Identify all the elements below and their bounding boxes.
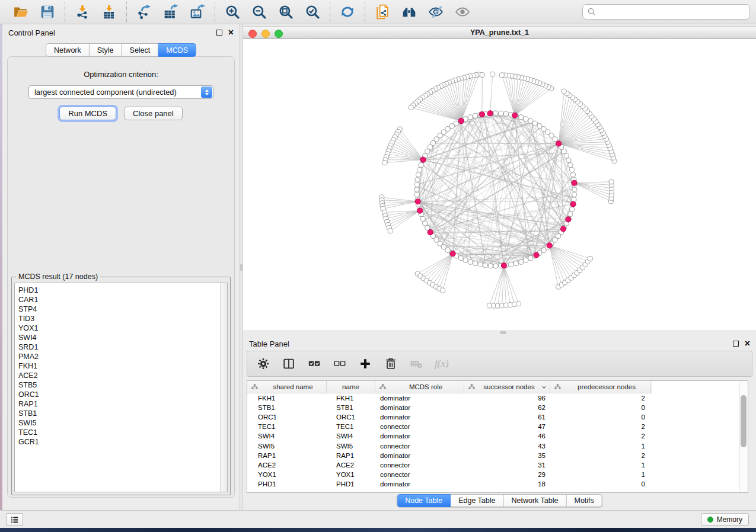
graph-node[interactable]	[566, 158, 571, 163]
toolbar-export-table-button[interactable]	[162, 3, 180, 21]
graph-node[interactable]	[568, 162, 573, 167]
table-row[interactable]: STB1STB1dominator620	[247, 403, 739, 412]
mcds-result-item[interactable]: SWI5	[18, 418, 220, 428]
mcds-result-item[interactable]: TEC1	[18, 428, 220, 437]
toolbar-export-network-button[interactable]	[135, 3, 153, 21]
graph-node[interactable]	[483, 263, 488, 268]
graph-hub-node[interactable]	[547, 243, 552, 248]
table-cell[interactable]: dominator	[375, 452, 464, 459]
table-cell[interactable]: PHD1	[247, 480, 327, 488]
graph-node[interactable]	[528, 118, 533, 123]
graph-hub-node[interactable]	[570, 201, 576, 207]
float-panel-icon[interactable]	[216, 30, 222, 36]
graph-node[interactable]	[499, 111, 503, 116]
table-cell[interactable]: YOX1	[327, 471, 375, 478]
table-cell[interactable]: dominator	[375, 480, 464, 488]
graph-node[interactable]	[468, 259, 473, 264]
table-cell[interactable]: 2	[550, 432, 651, 440]
table-cell[interactable]: 2	[550, 395, 651, 402]
graph-node[interactable]	[425, 225, 430, 230]
tab-motifs[interactable]: Motifs	[566, 494, 602, 507]
table-row[interactable]: SWI5SWI5connector431	[247, 441, 739, 450]
graph-hub-node[interactable]	[415, 199, 420, 204]
mcds-result-item[interactable]: STB1	[18, 409, 220, 418]
table-cell[interactable]: 2	[550, 452, 651, 459]
table-cell[interactable]: connector	[375, 423, 464, 430]
graph-hub-node[interactable]	[487, 111, 493, 116]
mcds-result-item[interactable]: GCR1	[18, 437, 220, 447]
float-table-panel-icon[interactable]	[733, 341, 739, 347]
graph-node[interactable]	[537, 124, 542, 129]
vertical-splitter-handle[interactable]	[240, 264, 243, 271]
table-row[interactable]: RAP1RAP1dominator352	[247, 451, 739, 460]
graph-hub-node[interactable]	[560, 226, 566, 232]
graph-hub-node[interactable]	[566, 217, 571, 222]
table-cell[interactable]: YOX1	[247, 471, 327, 478]
graph-node[interactable]	[519, 115, 524, 120]
graph-node[interactable]	[458, 256, 463, 261]
graph-hub-node[interactable]	[458, 118, 464, 124]
table-cell[interactable]: PHD1	[327, 480, 375, 488]
table-cell[interactable]: ACE2	[247, 462, 327, 469]
table-toolbar-add-button[interactable]	[358, 357, 372, 371]
table-cell[interactable]: RAP1	[327, 452, 375, 459]
table-cell[interactable]: ORC1	[247, 414, 327, 421]
graph-node[interactable]	[414, 182, 419, 187]
table-row[interactable]: ACE2ACE2connector311	[247, 460, 739, 470]
graph-hub-node[interactable]	[428, 230, 433, 235]
table-cell[interactable]: ACE2	[327, 462, 375, 469]
network-search-box[interactable]	[582, 4, 750, 20]
graph-node[interactable]	[463, 258, 468, 262]
table-cell[interactable]: 0	[550, 480, 651, 488]
graph-hub-node[interactable]	[479, 111, 484, 117]
toolbar-zoom-out-button[interactable]	[250, 3, 268, 21]
table-toolbar-select-all-button[interactable]	[307, 357, 321, 371]
graph-hub-node[interactable]	[512, 113, 518, 118]
graph-node[interactable]	[528, 256, 533, 261]
graph-node[interactable]	[509, 262, 513, 267]
tab-network[interactable]: Network	[46, 43, 90, 57]
table-cell[interactable]: 29	[464, 471, 550, 478]
mcds-result-item[interactable]: CAR1	[18, 295, 220, 305]
graph-node[interactable]	[588, 256, 592, 261]
graph-node[interactable]	[423, 221, 428, 226]
tab-style[interactable]: Style	[90, 43, 122, 57]
close-panel-button[interactable]: Close panel	[124, 107, 183, 120]
graph-node[interactable]	[519, 259, 524, 264]
column-header-predecessor-nodes[interactable]: predecessor nodes	[550, 381, 651, 393]
table-cell[interactable]: connector	[375, 443, 464, 450]
table-cell[interactable]: 1	[550, 471, 651, 478]
network-window-titlebar[interactable]: YPA_prune.txt_1	[243, 26, 756, 39]
graph-hub-node[interactable]	[556, 141, 562, 146]
table-row[interactable]: YOX1YOX1connector291	[247, 470, 739, 479]
graph-node[interactable]	[493, 111, 498, 116]
graph-node[interactable]	[449, 124, 454, 129]
toolbar-save-session-button[interactable]	[39, 3, 56, 21]
graph-node[interactable]	[516, 301, 521, 306]
table-row[interactable]: FKH1FKH1dominator962	[247, 393, 739, 403]
graph-node[interactable]	[503, 111, 508, 116]
table-row[interactable]: ORC1ORC1dominator610	[247, 412, 739, 422]
memory-button[interactable]: Memory	[701, 513, 749, 526]
graph-node[interactable]	[382, 161, 387, 165]
graph-node[interactable]	[409, 105, 413, 110]
table-toolbar-split-view-button[interactable]	[282, 357, 296, 371]
graph-node[interactable]	[428, 145, 432, 149]
dropdown-stepper-icon[interactable]	[201, 86, 212, 98]
graph-node[interactable]	[568, 211, 573, 216]
graph-node[interactable]	[569, 168, 574, 172]
mcds-result-item[interactable]: PMA2	[18, 352, 220, 361]
horizontal-splitter[interactable]	[243, 330, 756, 335]
mcds-result-item[interactable]: PHD1	[18, 286, 220, 295]
graph-node[interactable]	[570, 172, 575, 177]
graph-node[interactable]	[415, 177, 420, 182]
tab-edge-table[interactable]: Edge Table	[451, 494, 503, 507]
graph-node[interactable]	[454, 121, 458, 126]
table-cell[interactable]: 96	[464, 395, 550, 402]
network-canvas[interactable]	[243, 39, 756, 330]
task-history-button[interactable]	[6, 513, 23, 526]
network-graph[interactable]	[243, 39, 756, 330]
table-toolbar-delete-button[interactable]	[384, 357, 398, 371]
table-cell[interactable]: connector	[375, 471, 464, 478]
search-input[interactable]	[596, 8, 749, 16]
